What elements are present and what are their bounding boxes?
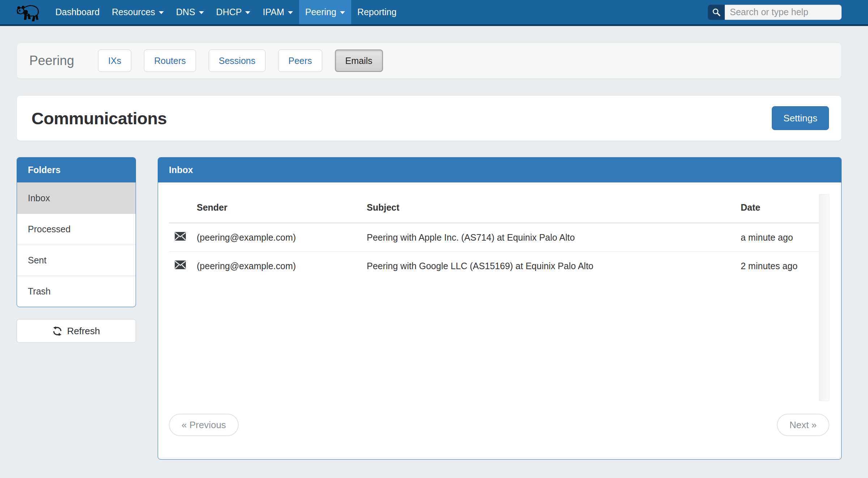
peering-subnav: Peering IXs Routers Sessions Peers Email… [17,43,842,79]
column-header-icon [169,194,197,223]
global-search [708,5,842,20]
table-row[interactable]: (peering@example.com) Peering with Apple… [169,223,819,252]
nav-dhcp[interactable]: DHCP [210,0,257,24]
tab-routers[interactable]: Routers [144,49,196,72]
nav-ipam[interactable]: IPAM [256,0,299,24]
nav-resources[interactable]: Resources [106,0,170,24]
nav-dns[interactable]: DNS [170,0,210,24]
settings-button[interactable]: Settings [772,106,829,130]
chevron-down-icon [288,11,293,14]
previous-page-button[interactable]: « Previous [169,414,239,436]
column-header-date: Date [741,194,819,223]
folders-panel: Folders Inbox Processed Sent Trash [17,157,136,307]
panda-logo-icon[interactable] [14,0,41,24]
inbox-table: Sender Subject Date [169,194,819,280]
tab-sessions[interactable]: Sessions [209,49,265,72]
folders-column: Folders Inbox Processed Sent Trash Refre… [17,157,136,343]
chevron-down-icon [340,11,345,14]
folder-item-trash[interactable]: Trash [17,276,136,307]
refresh-label: Refresh [67,326,100,337]
column-header-subject: Subject [367,194,741,223]
cell-subject[interactable]: Peering with Google LLC (AS15169) at Equ… [367,252,741,280]
page-title: Communications [31,108,167,128]
refresh-icon [52,326,62,336]
envelope-icon [175,260,186,269]
inbox-body: Sender Subject Date [158,182,841,459]
nav-reporting[interactable]: Reporting [351,0,403,24]
search-icon [712,8,721,17]
top-navbar: Dashboard Resources DNS DHCP IPAM Peerin… [0,0,868,26]
folders-panel-header: Folders [17,158,136,182]
main-area: Folders Inbox Processed Sent Trash Refre… [17,157,842,460]
refresh-button[interactable]: Refresh [17,319,136,343]
table-header-row: Sender Subject Date [169,194,819,223]
folder-item-sent[interactable]: Sent [17,245,136,276]
page-content: Peering IXs Routers Sessions Peers Email… [17,43,842,460]
tab-peers[interactable]: Peers [278,49,322,72]
inbox-panel-header: Inbox [158,158,841,182]
inbox-panel: Inbox Sender Subject Date [158,157,842,460]
column-header-sender: Sender [197,194,367,223]
cell-subject[interactable]: Peering with Apple Inc. (AS714) at Equin… [367,223,741,252]
table-row[interactable]: (peering@example.com) Peering with Googl… [169,252,819,280]
inbox-table-wrap: Sender Subject Date [169,194,829,401]
table-scrollbar[interactable] [819,194,829,401]
folder-item-inbox[interactable]: Inbox [17,182,136,214]
chevron-down-icon [199,11,204,14]
envelope-icon [175,232,186,241]
cell-sender[interactable]: (peering@example.com) [197,223,367,252]
next-page-button[interactable]: Next » [777,414,829,436]
folder-item-processed[interactable]: Processed [17,214,136,245]
subnav-title: Peering [29,53,74,68]
chevron-down-icon [159,11,164,14]
nav-peering[interactable]: Peering [299,0,351,24]
pagination: « Previous Next » [169,414,829,436]
chevron-down-icon [245,11,250,14]
nav-dashboard[interactable]: Dashboard [49,0,106,24]
search-input[interactable] [725,5,842,20]
tab-emails[interactable]: Emails [335,49,383,72]
cell-date[interactable]: a minute ago [741,223,819,252]
main-menu: Dashboard Resources DNS DHCP IPAM Peerin… [49,0,403,24]
search-button[interactable] [708,5,725,20]
cell-sender[interactable]: (peering@example.com) [197,252,367,280]
cell-date[interactable]: 2 minutes ago [741,252,819,280]
tab-ixs[interactable]: IXs [98,49,131,72]
page-header-card: Communications Settings [17,95,842,141]
